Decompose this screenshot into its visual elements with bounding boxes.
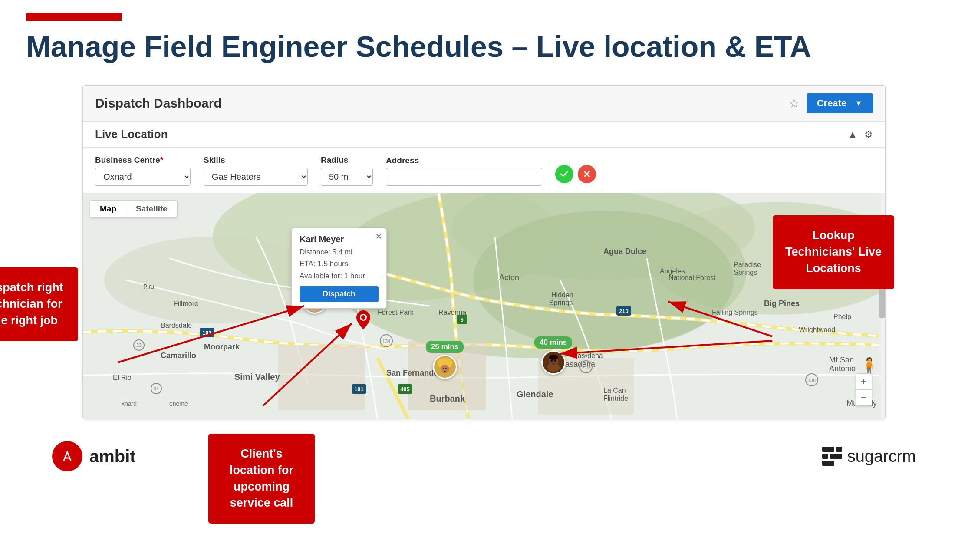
tab-satellite[interactable]: Satellite <box>126 201 177 217</box>
svg-text:405: 405 <box>400 386 410 392</box>
svg-text:Springs: Springs <box>549 299 573 306</box>
zoom-out-button[interactable]: − <box>856 390 872 405</box>
dashboard-panel: Dispatch Dashboard ☆ Create ▼ Live Locat… <box>82 85 886 419</box>
svg-text:23: 23 <box>136 343 142 348</box>
svg-text:Pas•dena: Pas•dena <box>573 352 603 359</box>
address-filter: Address <box>386 156 542 186</box>
business-centre-select[interactable]: Oxnard Los Angeles San Diego <box>95 168 191 186</box>
svg-text:Falling Springs: Falling Springs <box>712 309 758 316</box>
live-location-title: Live Location <box>95 128 168 141</box>
confirm-button[interactable] <box>555 165 573 183</box>
svg-text:Camarillo: Camarillo <box>161 351 196 360</box>
red-bar-decoration <box>26 13 122 21</box>
technician-popup: ✕ Karl Meyer Distance: 5.4 mi ETA: 1.5 h… <box>291 228 387 309</box>
skills-filter: Skills Gas Heaters Electrical Plumbing <box>204 155 308 186</box>
client-location-pin <box>356 310 370 331</box>
svg-text:134: 134 <box>382 339 390 344</box>
svg-text:Agua Dulce: Agua Dulce <box>603 247 646 256</box>
svg-text:Glendale: Glendale <box>517 389 553 399</box>
sugarcrm-logo-text: sugarcrm <box>847 447 916 466</box>
svg-text:Phelp: Phelp <box>833 313 851 320</box>
page-title: Manage Field Engineer Schedules – Live l… <box>26 30 942 63</box>
svg-point-104 <box>59 448 76 465</box>
popup-available: Available for: 1 hour <box>300 270 379 282</box>
svg-text:Acton: Acton <box>499 273 519 282</box>
popup-close-icon[interactable]: ✕ <box>375 232 382 241</box>
radius-filter: Radius 10 m 25 m 50 m 100 m <box>321 155 373 186</box>
svg-text:Forest Park: Forest Park <box>378 309 414 316</box>
svg-text:Moorpark: Moorpark <box>204 343 240 351</box>
svg-point-97 <box>554 360 556 362</box>
svg-point-90 <box>441 365 449 373</box>
svg-text:Flintride: Flintride <box>603 395 628 402</box>
dispatch-button[interactable]: Dispatch <box>300 286 379 302</box>
dashboard-header: Dispatch Dashboard ☆ Create ▼ <box>83 86 885 122</box>
popup-distance: Distance: 5.4 mi <box>300 246 379 258</box>
svg-point-96 <box>550 360 553 362</box>
svg-rect-9 <box>278 345 365 410</box>
svg-text:Springs: Springs <box>734 269 757 276</box>
cancel-button[interactable] <box>578 165 596 183</box>
technician-marker-2: 25 mins <box>426 341 464 379</box>
map-container: 101 101 210 210 5 405 Camarillo El Rio x… <box>83 193 885 419</box>
skills-select[interactable]: Gas Heaters Electrical Plumbing <box>204 168 308 186</box>
svg-text:Hidden: Hidden <box>551 291 573 299</box>
address-label: Address <box>386 156 542 165</box>
svg-text:National Forest: National Forest <box>668 274 716 281</box>
collapse-chevron-icon[interactable]: ▲ <box>848 129 857 140</box>
radius-select[interactable]: 10 m 25 m 50 m 100 m <box>321 168 373 186</box>
popup-tech-name: Karl Meyer <box>300 234 379 244</box>
svg-point-91 <box>443 368 444 369</box>
action-icons <box>555 165 596 186</box>
business-centre-label: Business Centre* <box>95 155 191 165</box>
svg-text:Ravenna: Ravenna <box>438 309 466 316</box>
map-background: 101 101 210 210 5 405 Camarillo El Rio x… <box>83 193 885 419</box>
tab-map[interactable]: Map <box>90 201 126 217</box>
svg-text:eneme: eneme <box>169 400 188 407</box>
settings-gear-icon[interactable]: ⚙ <box>864 129 873 140</box>
radius-label: Radius <box>321 155 373 165</box>
dashboard-title: Dispatch Dashboard <box>95 96 222 111</box>
svg-text:Bardsdale: Bardsdale <box>161 322 192 329</box>
zoom-in-button[interactable]: + <box>856 374 872 389</box>
tech-time-badge-3: 40 mins <box>534 336 572 349</box>
live-location-section-header: Live Location ▲ ⚙ <box>83 122 885 148</box>
map-tabs: Map Satellite <box>90 200 178 217</box>
create-button[interactable]: Create ▼ <box>807 93 873 113</box>
svg-text:Mt San: Mt San <box>829 356 854 364</box>
tech-time-badge-2: 25 mins <box>426 341 464 353</box>
ambit-circle-icon <box>52 441 82 471</box>
svg-text:138: 138 <box>808 378 816 383</box>
svg-text:Burbank: Burbank <box>430 394 465 403</box>
annotation-left: Dispatch right technician for the right … <box>0 267 78 341</box>
popup-eta: ETA: 1.5 hours <box>300 258 379 270</box>
skills-label: Skills <box>204 155 308 165</box>
svg-text:Big Pines: Big Pines <box>764 299 800 308</box>
svg-text:Wrightwood: Wrightwood <box>799 326 835 333</box>
ambit-logo: ambit <box>52 441 136 471</box>
svg-point-92 <box>445 368 447 369</box>
address-input[interactable] <box>386 168 542 186</box>
create-dropdown-arrow[interactable]: ▼ <box>850 99 863 108</box>
tech-avatar-3 <box>541 350 566 375</box>
svg-point-98 <box>549 355 558 360</box>
svg-text:Piru: Piru <box>143 283 154 290</box>
favorite-icon[interactable]: ☆ <box>789 96 800 111</box>
svg-text:La Can: La Can <box>603 387 626 394</box>
svg-text:xnard: xnard <box>122 400 137 407</box>
map-zoom-controls: + − <box>856 373 872 406</box>
ambit-logo-text: ambit <box>89 447 136 466</box>
sugarcrm-logo: sugarcrm <box>822 447 916 466</box>
svg-text:Angeles: Angeles <box>660 267 685 275</box>
svg-point-5 <box>104 237 321 323</box>
svg-point-79 <box>361 315 365 320</box>
svg-text:210: 210 <box>582 365 590 370</box>
filter-row: Business Centre* Oxnard Los Angeles San … <box>83 148 885 193</box>
svg-text:5: 5 <box>460 316 463 323</box>
svg-text:Fillmore: Fillmore <box>174 300 198 307</box>
tech-avatar-2 <box>433 355 457 379</box>
svg-text:El Rio: El Rio <box>113 374 132 381</box>
svg-text:Simi Valley: Simi Valley <box>234 372 280 382</box>
header-actions: ☆ Create ▼ <box>789 93 873 113</box>
footer: ambit sugarcrm <box>26 424 942 480</box>
